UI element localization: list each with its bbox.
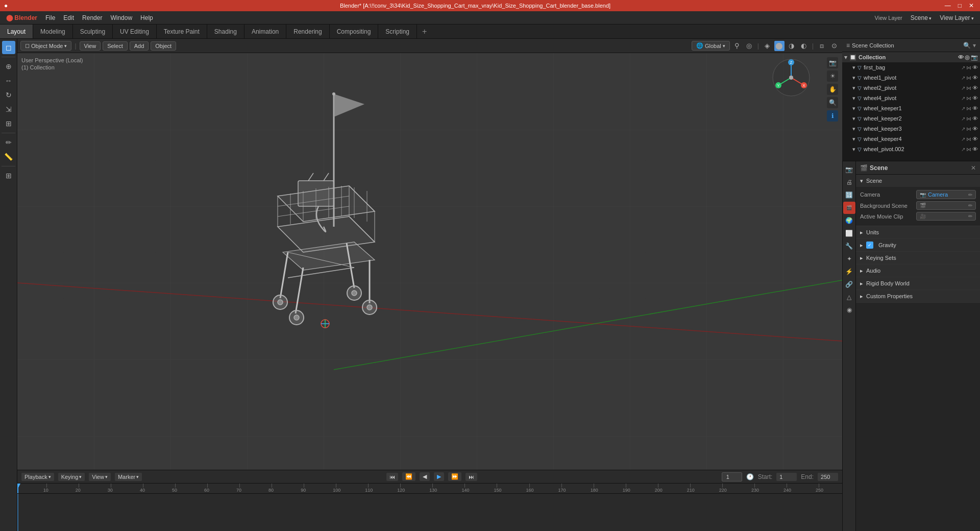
keying-sets-header[interactable]: ▸ Keying Sets xyxy=(856,252,980,264)
menu-item-blender[interactable]: ⬤ Blender xyxy=(2,13,41,23)
units-section-header[interactable]: ▸ Units xyxy=(856,226,980,238)
audio-section-header[interactable]: ▸ Audio xyxy=(856,264,980,277)
transform-global-dropdown[interactable]: 🌐 Global xyxy=(692,41,730,51)
outliner-item-wheel1-pivot[interactable]: ▾ ▽ wheel1_pivot ↗ ⋈ 👁 xyxy=(842,73,980,83)
outliner-item-wheel-pivot-002[interactable]: ▾ ▽ wheel_pivot.002 ↗ ⋈ 👁 xyxy=(842,144,980,154)
menu-item-render[interactable]: Render xyxy=(78,13,106,23)
render-shading-btn[interactable]: ◐ xyxy=(799,41,809,51)
prop-tab-material[interactable]: ◉ xyxy=(843,304,855,316)
render-engine-dropdown[interactable]: View Layer xyxy=(936,13,978,23)
scene-dropdown[interactable]: Scene xyxy=(906,13,936,23)
outliner-item-wheel-keeper4[interactable]: ▾ ▽ wheel_keeper4 ↗ ⋈ 👁 xyxy=(842,134,980,144)
snap-magnet-icon[interactable]: ⚲ xyxy=(732,41,742,51)
tool-transform[interactable]: ⊞ xyxy=(2,117,15,130)
scene-section-header[interactable]: ▾ Scene xyxy=(856,175,980,187)
object-menu[interactable]: Object xyxy=(151,41,176,51)
prop-tab-output[interactable]: 🖨 xyxy=(843,176,855,188)
col-render-icon[interactable]: 📷 xyxy=(971,54,978,61)
timeline-playhead[interactable] xyxy=(17,484,18,493)
prop-tab-data[interactable]: △ xyxy=(843,291,855,303)
prop-tab-world[interactable]: 🌍 xyxy=(843,214,855,227)
tab-animation[interactable]: Animation xyxy=(244,25,286,38)
prop-tab-object[interactable]: ⬜ xyxy=(843,227,855,239)
end-frame-field[interactable]: 250 xyxy=(818,473,838,481)
wireframe-shading-btn[interactable]: ◈ xyxy=(762,41,772,51)
gravity-checkbox[interactable]: ✓ xyxy=(866,242,873,249)
prop-tab-particles[interactable]: ✦ xyxy=(843,253,855,265)
timeline-keying-menu[interactable]: Keying xyxy=(58,473,85,481)
viewport-zoom-btn[interactable]: 🔍 xyxy=(827,97,838,108)
gizmo-toggle[interactable]: ⧈ xyxy=(817,41,827,51)
prop-tab-view-layer[interactable]: 🔢 xyxy=(843,189,855,201)
menu-item-file[interactable]: File xyxy=(41,13,59,23)
outliner-item-first-bag[interactable]: ▾ ▽ first_bag ↗ ⋈ 👁 xyxy=(842,62,980,73)
outliner-item-wheel2-pivot[interactable]: ▾ ▽ wheel2_pivot ↗ ⋈ 👁 xyxy=(842,83,980,93)
prop-tab-constraints[interactable]: 🔗 xyxy=(843,278,855,291)
viewport-sun-btn[interactable]: ☀ xyxy=(827,70,838,82)
prop-tab-physics[interactable]: ⚡ xyxy=(843,266,855,278)
start-frame-field[interactable]: 1 xyxy=(776,473,797,481)
timeline-playback-menu[interactable]: Playback xyxy=(21,473,54,481)
menu-item-help[interactable]: Help xyxy=(136,13,157,23)
menu-item-window[interactable]: Window xyxy=(106,13,136,23)
close-btn[interactable]: ✕ xyxy=(967,2,976,9)
prev-keyframe-btn[interactable]: ⏪ xyxy=(402,472,415,481)
outliner-search-icon[interactable]: ▾ xyxy=(973,42,976,49)
tab-shading[interactable]: Shading xyxy=(207,25,244,38)
window-controls[interactable]: — □ ✕ xyxy=(943,2,976,9)
tab-texture-paint[interactable]: Texture Paint xyxy=(157,25,207,38)
prop-tab-modifiers[interactable]: 🔧 xyxy=(843,240,855,252)
viewport-mode-dropdown[interactable]: ◻ Object Mode xyxy=(20,41,71,51)
tool-rotate[interactable]: ↻ xyxy=(2,88,15,102)
viewport-area[interactable]: User Perspective (Local) (1) Collection xyxy=(17,53,842,470)
tool-annotate[interactable]: ✏ xyxy=(2,136,15,149)
outliner-item-wheel4-pivot[interactable]: ▾ ▽ wheel4_pivot ↗ ⋈ 👁 xyxy=(842,93,980,103)
movie-clip-value[interactable]: 🎥 ✏ xyxy=(916,212,976,221)
tab-layout[interactable]: Layout xyxy=(0,25,33,38)
jump-start-btn[interactable]: ⏮ xyxy=(386,473,398,481)
material-shading-btn[interactable]: ◑ xyxy=(787,41,797,51)
view-menu[interactable]: View xyxy=(80,41,101,51)
outliner-item-wheel-keeper2[interactable]: ▾ ▽ wheel_keeper2 ↗ ⋈ 👁 xyxy=(842,113,980,124)
col-viewport-icon[interactable]: ◎ xyxy=(965,54,970,61)
viewport-info-btn[interactable]: ℹ xyxy=(827,110,838,122)
navigation-gizmo[interactable]: Z X Y xyxy=(771,57,812,98)
tab-sculpting[interactable]: Sculpting xyxy=(73,25,113,38)
tab-rendering[interactable]: Rendering xyxy=(286,25,329,38)
tab-uv-editing[interactable]: UV Editing xyxy=(113,25,157,38)
play-reverse-btn[interactable]: ◀ xyxy=(420,472,430,481)
tool-move[interactable]: ↔ xyxy=(2,74,15,87)
custom-props-header[interactable]: ▸ Custom Properties xyxy=(856,290,980,302)
viewport-camera-btn[interactable]: 📷 xyxy=(827,57,838,68)
timeline-view-menu[interactable]: View xyxy=(89,473,111,481)
outliner-item-wheel-keeper1[interactable]: ▾ ▽ wheel_keeper1 ↗ ⋈ 👁 xyxy=(842,103,980,113)
tool-select[interactable]: ◻ xyxy=(2,41,15,54)
tab-scripting[interactable]: Scripting xyxy=(378,25,417,38)
outliner-scene-collection[interactable]: ▾ 🔲 Collection 👁 ◎ 📷 xyxy=(842,52,980,62)
select-menu[interactable]: Select xyxy=(103,41,128,51)
camera-value[interactable]: 📷 Camera ✏ xyxy=(916,190,976,199)
solid-shading-btn[interactable]: ⬤ xyxy=(774,41,785,51)
prop-panel-close[interactable]: ✕ xyxy=(971,164,976,172)
add-menu[interactable]: Add xyxy=(130,41,149,51)
prop-tab-scene[interactable]: 🎬 xyxy=(843,202,855,214)
tab-add[interactable]: + xyxy=(417,25,432,38)
timeline-marker-menu[interactable]: Marker xyxy=(115,473,142,481)
tool-add[interactable]: ⊞ xyxy=(2,169,15,182)
outliner-item-wheel-keeper3[interactable]: ▾ ▽ wheel_keeper3 ↗ ⋈ 👁 xyxy=(842,124,980,134)
viewport-hand-btn[interactable]: ✋ xyxy=(827,84,838,95)
col-vis-icon[interactable]: 👁 xyxy=(958,54,964,60)
maximize-btn[interactable]: □ xyxy=(956,2,964,9)
timeline-tracks[interactable] xyxy=(17,494,842,531)
bg-scene-value[interactable]: 🎬 ✏ xyxy=(916,201,976,210)
proportional-edit-icon[interactable]: ◎ xyxy=(744,41,754,51)
overlays-toggle[interactable]: ⊙ xyxy=(829,41,839,51)
current-frame-field[interactable]: 1 xyxy=(722,472,742,481)
rigid-body-header[interactable]: ▸ Rigid Body World xyxy=(856,277,980,289)
prop-tab-render[interactable]: 📷 xyxy=(843,163,855,176)
gravity-section-header[interactable]: ▸ ✓ Gravity xyxy=(856,239,980,251)
next-keyframe-btn[interactable]: ⏩ xyxy=(448,472,461,481)
play-btn[interactable]: ▶ xyxy=(434,472,444,481)
jump-end-btn[interactable]: ⏭ xyxy=(465,473,477,481)
tool-cursor[interactable]: ⊕ xyxy=(2,60,15,73)
